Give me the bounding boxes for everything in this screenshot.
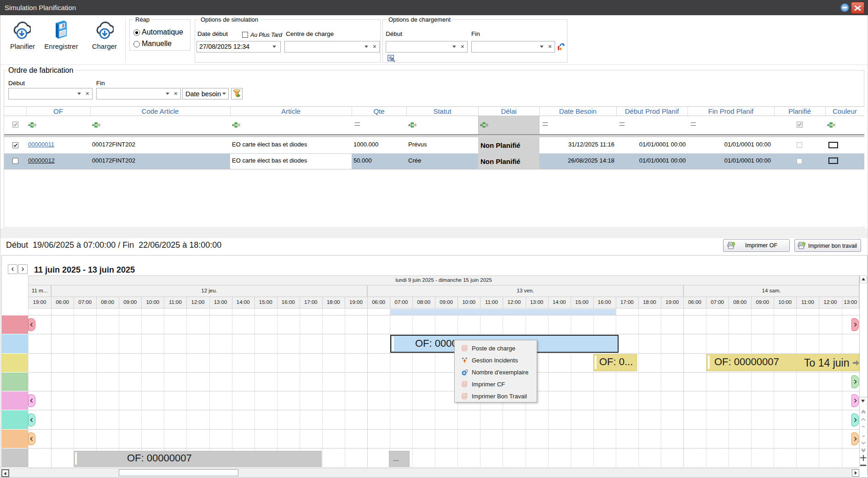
- svg-text:A: A: [408, 123, 411, 127]
- svg-text:C: C: [34, 123, 36, 127]
- svg-text:B: B: [95, 123, 98, 127]
- svg-text:C: C: [486, 123, 488, 127]
- svg-text:C: C: [98, 123, 100, 127]
- svg-text:A: A: [92, 123, 94, 127]
- svg-text:C: C: [833, 123, 835, 127]
- svg-text:C: C: [238, 123, 240, 127]
- svg-text:B: B: [235, 123, 237, 127]
- svg-text:A: A: [28, 123, 30, 127]
- svg-text:B: B: [830, 123, 833, 127]
- svg-text:B: B: [483, 123, 486, 127]
- svg-text:A: A: [232, 123, 234, 127]
- svg-text:B: B: [31, 123, 34, 127]
- svg-text:B: B: [411, 123, 414, 127]
- svg-text:C: C: [414, 123, 417, 127]
- svg-text:A: A: [827, 123, 829, 127]
- svg-text:A: A: [480, 123, 482, 127]
